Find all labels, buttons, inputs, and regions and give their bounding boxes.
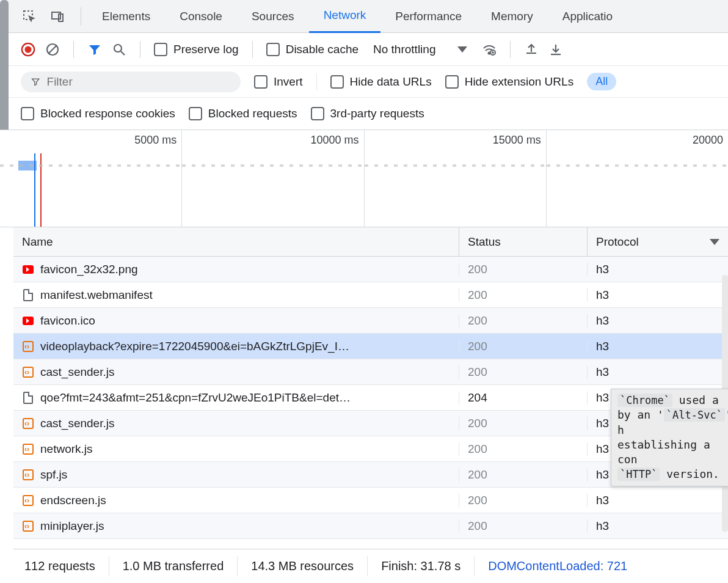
cell-name: miniplayer.js (13, 519, 459, 533)
script-icon (22, 494, 34, 507)
status-requests: 112 requests (24, 556, 109, 576)
requests-table-header: Name Status Protocol (13, 227, 728, 257)
script-icon (22, 366, 34, 378)
throttling-dropdown[interactable]: No throttling (368, 40, 472, 59)
checkbox-icon (21, 107, 34, 120)
cell-status: 200 (459, 442, 588, 456)
cell-name: spf.js (13, 468, 459, 482)
request-row[interactable]: manifest.webmanifest200h3 (13, 282, 728, 308)
request-name: favicon.ico (40, 314, 95, 328)
filter-icon[interactable] (87, 42, 102, 57)
search-icon[interactable] (112, 42, 126, 57)
sort-desc-icon (710, 239, 719, 245)
script-icon (22, 443, 34, 455)
request-row[interactable]: favicon_32x32.png200h3 (13, 257, 728, 282)
filter-input-wrap[interactable] (21, 72, 241, 92)
hide-data-urls-label: Hide data URLs (350, 75, 432, 89)
filter-input[interactable] (47, 75, 228, 89)
tab-console[interactable]: Console (165, 0, 237, 33)
invert-checkbox[interactable]: Invert (254, 75, 303, 89)
column-header-status[interactable]: Status (459, 227, 588, 256)
filter-chip-all[interactable]: All (587, 73, 616, 90)
cell-status: 200 (459, 365, 588, 379)
disable-cache-checkbox[interactable]: Disable cache (266, 43, 359, 56)
record-button[interactable] (21, 42, 35, 57)
tab-elements[interactable]: Elements (87, 0, 165, 33)
svg-point-7 (114, 45, 122, 52)
cell-name: favicon.ico (13, 314, 459, 328)
column-header-protocol-label: Protocol (596, 235, 639, 249)
cell-name: endscreen.js (13, 494, 459, 507)
status-transferred: 1.0 MB transferred (109, 556, 238, 576)
blocked-response-cookies-label: Blocked response cookies (40, 107, 175, 120)
third-party-label: 3rd-party requests (330, 107, 424, 120)
column-header-name[interactable]: Name (13, 227, 459, 256)
cell-status: 200 (459, 519, 588, 533)
request-name: qoe?fmt=243&afmt=251&cpn=fZrvU2weJEo1PiT… (40, 391, 351, 405)
hide-data-urls-checkbox[interactable]: Hide data URLs (330, 75, 432, 89)
request-name: endscreen.js (40, 494, 106, 507)
status-domcontentloaded: DOMContentLoaded: 721 (475, 559, 627, 573)
filter-row: Invert Hide data URLs Hide extension URL… (0, 66, 728, 98)
cell-protocol: h3 (588, 263, 728, 276)
filter-row-2: Blocked response cookies Blocked request… (0, 98, 728, 130)
cell-name: videoplayback?expire=1722045900&ei=bAGkZ… (13, 340, 459, 353)
column-header-protocol[interactable]: Protocol (588, 227, 728, 256)
request-row[interactable]: favicon.ico200h3 (13, 308, 728, 334)
chevron-down-icon (457, 46, 467, 53)
script-icon (22, 520, 34, 532)
status-bar: 112 requests 1.0 MB transferred 14.3 MB … (13, 549, 728, 583)
tab-network[interactable]: Network (309, 0, 381, 33)
request-row[interactable]: endscreen.js200h3 (13, 488, 728, 513)
document-icon (22, 392, 34, 404)
network-overview[interactable]: 5000 ms 10000 ms 15000 ms 20000 (0, 130, 728, 227)
overview-tick: 10000 ms (310, 134, 359, 147)
request-row[interactable]: videoplayback?expire=1722045900&ei=bAGkZ… (13, 334, 728, 359)
request-name: manifest.webmanifest (40, 288, 153, 302)
checkbox-icon (330, 75, 344, 89)
network-conditions-icon[interactable] (482, 42, 497, 57)
request-row[interactable]: cast_sender.js200h3 (13, 359, 728, 385)
overview-tick: 20000 (693, 134, 723, 147)
document-icon (22, 289, 34, 301)
hide-extension-urls-checkbox[interactable]: Hide extension URLs (445, 75, 573, 89)
overview-tick: 5000 ms (134, 134, 177, 147)
svg-line-6 (48, 45, 57, 54)
request-name: miniplayer.js (40, 519, 104, 533)
cell-name: favicon_32x32.png (13, 263, 459, 276)
blocked-response-cookies-checkbox[interactable]: Blocked response cookies (21, 107, 175, 120)
checkbox-icon (154, 43, 167, 56)
blocked-requests-checkbox[interactable]: Blocked requests (189, 107, 297, 120)
tab-memory[interactable]: Memory (476, 0, 548, 33)
inspect-element-icon[interactable] (18, 6, 40, 28)
preserve-log-checkbox[interactable]: Preserve log (154, 43, 239, 56)
request-name: cast_sender.js (40, 365, 114, 379)
request-row[interactable]: miniplayer.js200h3 (13, 513, 728, 539)
third-party-requests-checkbox[interactable]: 3rd-party requests (311, 107, 424, 120)
protocol-tooltip: `Chrome` used a by an '`Alt-Svc`' h esta… (611, 389, 728, 486)
tab-performance[interactable]: Performance (380, 0, 476, 33)
throttling-value: No throttling (373, 43, 435, 56)
checkbox-icon (266, 43, 280, 56)
tab-sources[interactable]: Sources (237, 0, 309, 33)
import-har-icon[interactable] (548, 42, 563, 57)
cell-status: 200 (459, 494, 588, 507)
blocked-requests-label: Blocked requests (208, 107, 297, 120)
cell-status: 200 (459, 314, 588, 328)
clear-button[interactable] (45, 42, 60, 57)
tab-application[interactable]: Applicatio (548, 0, 627, 33)
export-har-icon[interactable] (524, 42, 539, 57)
cell-status: 200 (459, 340, 588, 353)
cell-status: 200 (459, 263, 588, 276)
cell-name: cast_sender.js (13, 417, 459, 430)
cell-protocol: h3 (588, 365, 728, 379)
devtools-tab-bar: Elements Console Sources Network Perform… (0, 0, 728, 33)
request-name: favicon_32x32.png (40, 263, 138, 276)
network-toolbar: Preserve log Disable cache No throttling (0, 33, 728, 66)
cell-status: 204 (459, 391, 588, 405)
script-icon (22, 469, 34, 481)
checkbox-icon (189, 107, 202, 120)
script-icon (22, 417, 34, 430)
device-toolbar-icon[interactable] (46, 6, 68, 28)
invert-label: Invert (274, 75, 303, 89)
